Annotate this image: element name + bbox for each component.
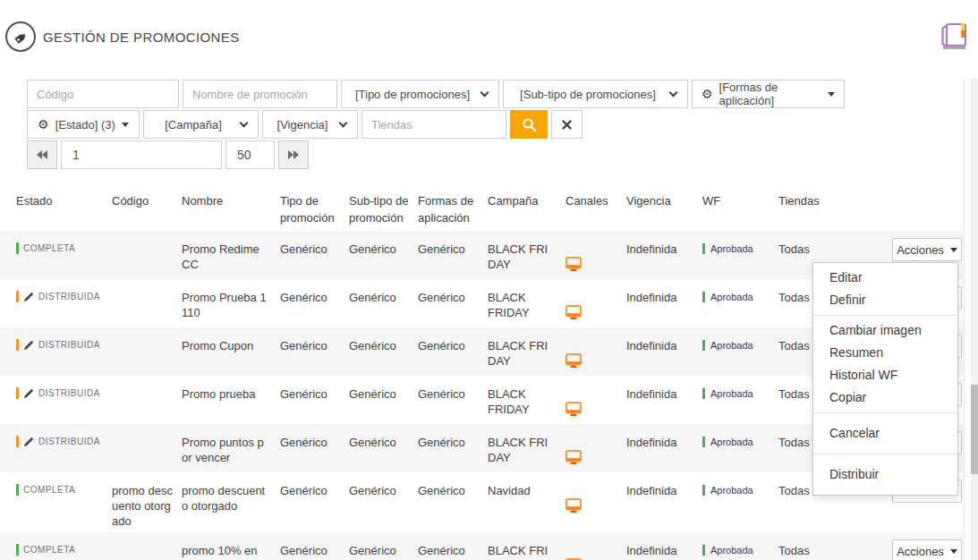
vigencia-cell: Indefinida: [626, 279, 702, 327]
nombre-cell: Promo Redime CC: [182, 231, 280, 279]
nombre-cell: promo descuent o otorgado: [182, 472, 280, 532]
formas-aplicacion-cell: Genérico: [418, 472, 488, 532]
acciones-menu: EditarDefinirCambiar imagenResumenHistor…: [812, 262, 958, 496]
wf-label: Aprobada: [710, 437, 753, 447]
menu-item-copiar[interactable]: Copiar: [813, 386, 957, 409]
estado-cell: DISTRIBUIDA: [16, 424, 112, 452]
estado-label: DISTRIBUIDA: [38, 437, 100, 446]
menu-item-resumen[interactable]: Resumen: [813, 342, 957, 364]
campana-cell: BLACK FRI DAY: [488, 532, 566, 560]
first-page-button[interactable]: [27, 140, 57, 169]
vigencia-cell: Indefinida: [626, 424, 702, 472]
canales-cell: [566, 279, 626, 327]
nombre-cell: Promo Prueba 1 110: [182, 279, 280, 327]
wf-status-bar: [702, 292, 705, 302]
estado-label: DISTRIBUIDA: [38, 292, 100, 301]
tipo-promocion-cell: Genérico: [280, 327, 349, 376]
column-header-1: Código: [112, 192, 182, 226]
subtipo-promociones-select[interactable]: [Sub-tipo de promociones]: [503, 80, 688, 108]
codigo-cell: [112, 231, 182, 279]
monitor-icon: [566, 450, 582, 465]
table-header-row: EstadoCódigoNombreTipo de promociónSub-t…: [0, 192, 964, 226]
chevron-down-icon: [669, 88, 678, 97]
next-page-button[interactable]: [278, 140, 309, 169]
wf-status-bar: [702, 545, 705, 556]
campana-cell: BLACK FRI DAY: [488, 231, 566, 279]
pagination: [27, 140, 312, 169]
menu-item-definir[interactable]: Definir: [813, 289, 957, 311]
campana-select[interactable]: [Campaña]: [143, 110, 259, 139]
codigo-input[interactable]: [27, 80, 179, 108]
formas-aplicacion-cell: Genérico: [418, 231, 488, 279]
page-number-input[interactable]: [61, 140, 222, 169]
estado-cell: DISTRIBUIDA: [16, 279, 112, 307]
estado-label: DISTRIBUIDA: [38, 388, 100, 398]
pencil-icon: [23, 437, 34, 447]
wf-label: Aprobada: [710, 292, 753, 302]
subtipo-promocion-cell: Genérico: [349, 376, 418, 424]
tipo-promociones-select[interactable]: [Tipo de promociones]: [341, 80, 499, 108]
nombre-cell: Promo puntos p or vencer: [182, 424, 280, 472]
formas-aplicacion-cell: Genérico: [418, 532, 488, 560]
nombre-cell: Promo prueba: [182, 376, 280, 424]
caret-down-icon: [828, 92, 835, 97]
column-header-2: Nombre: [182, 192, 280, 226]
tiendas-input[interactable]: [361, 110, 506, 139]
codigo-cell: [112, 327, 182, 376]
menu-item-editar[interactable]: Editar: [813, 267, 957, 289]
subtipo-promocion-cell: Genérico: [349, 532, 418, 560]
tipo-promocion-cell: Genérico: [280, 279, 349, 327]
nombre-cell: promo 10% en marca cocacola (14): [182, 532, 280, 560]
wf-cell: Aprobada: [702, 231, 778, 259]
monitor-icon: [566, 305, 582, 320]
book-icon[interactable]: [938, 20, 972, 57]
monitor-icon: [566, 353, 582, 369]
menu-item-cambiar-imagen[interactable]: Cambiar imagen: [813, 319, 957, 342]
wf-cell: Aprobada: [702, 424, 778, 452]
vigencia-cell: Indefinida: [626, 532, 702, 560]
wf-label: Aprobada: [710, 545, 753, 556]
close-icon: [562, 120, 572, 130]
tipo-promocion-cell: Genérico: [280, 532, 349, 560]
menu-item-distribuir[interactable]: Distribuir: [813, 463, 957, 486]
vertical-scrollbar[interactable]: [971, 79, 978, 560]
vigencia-select[interactable]: [Vigencia]: [262, 110, 358, 139]
chevron-down-icon: [240, 118, 249, 127]
wf-status-bar: [702, 485, 705, 496]
acciones-button[interactable]: Acciones: [892, 539, 962, 560]
wf-label: Aprobada: [710, 340, 753, 351]
search-button[interactable]: [510, 110, 548, 139]
column-header-8: Vigencia: [626, 192, 702, 226]
vigencia-cell: Indefinida: [626, 231, 702, 279]
column-header-3: Tipo de promoción: [280, 192, 349, 226]
menu-item-cancelar[interactable]: Cancelar: [813, 422, 957, 445]
campana-cell: BLACK FRI DAY: [488, 424, 566, 472]
estado-label: COMPLETA: [23, 243, 75, 253]
nombre-promocion-input[interactable]: [183, 80, 337, 108]
estado-cell: COMPLETA: [16, 472, 112, 500]
page-header: GESTIÓN DE PROMOCIONES: [5, 21, 240, 52]
scrollbar-thumb[interactable]: [971, 385, 978, 474]
wf-cell: Aprobada: [702, 532, 778, 560]
estado-dropdown-button[interactable]: ⚙ [Estado] (3): [27, 110, 140, 139]
caret-down-icon: [122, 123, 129, 127]
wf-cell: Aprobada: [702, 279, 778, 307]
formas-aplicacion-cell: Genérico: [418, 376, 488, 424]
estado-status-bar: [16, 484, 19, 496]
gear-icon: ⚙: [38, 118, 49, 131]
page-size-input[interactable]: [225, 140, 275, 169]
filter-bar: [Tipo de promociones] [Sub-tipo de promo…: [27, 80, 848, 140]
wf-status-bar: [702, 340, 705, 351]
formas-aplicacion-dropdown-button[interactable]: ⚙ [Formas de aplicación]: [692, 80, 845, 108]
estado-status-bar: [16, 387, 19, 399]
menu-item-historial-wf[interactable]: Historial WF: [813, 364, 957, 386]
campana-cell: Navidad: [488, 472, 566, 532]
clear-filters-button[interactable]: [551, 110, 583, 139]
monitor-icon: [566, 498, 582, 513]
subtipo-promocion-cell: Genérico: [349, 424, 418, 472]
acciones-menu-group-2: Cancelar: [813, 412, 957, 454]
column-header-7: Canales: [566, 192, 626, 226]
chevron-down-icon: [339, 118, 348, 127]
acciones-button[interactable]: Acciones: [892, 238, 962, 261]
column-header-9: WF: [702, 192, 778, 226]
